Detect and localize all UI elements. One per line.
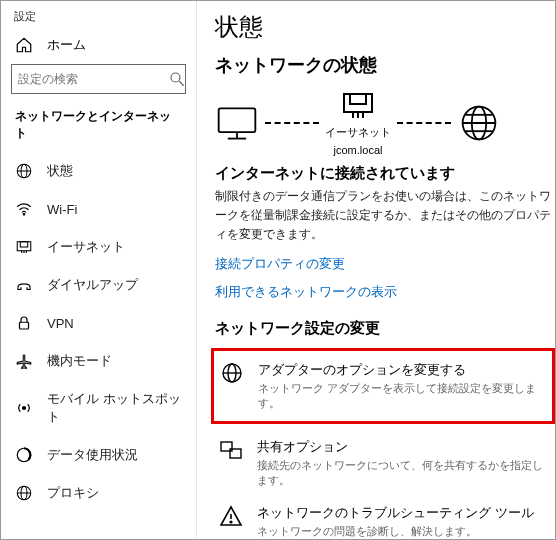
svg-line-1: [179, 81, 184, 86]
adapter-icon: [220, 361, 244, 385]
nav-label: 機内モード: [47, 352, 112, 370]
svg-point-12: [23, 407, 26, 410]
warning-icon: [219, 504, 243, 528]
svg-point-5: [23, 214, 25, 216]
highlight-box: アダプターのオプションを変更する ネットワーク アダプターを表示して接続設定を変…: [211, 348, 555, 424]
svg-rect-17: [219, 108, 256, 132]
sharing-icon: [219, 438, 243, 462]
option-title: 共有オプション: [257, 438, 551, 456]
option-troubleshoot[interactable]: ネットワークのトラブルシューティング ツール ネットワークの問題を診断し、解決し…: [215, 496, 555, 539]
network-status-heading: ネットワークの状態: [215, 53, 555, 77]
globe-icon: [457, 103, 501, 143]
nav-airplane[interactable]: 機内モード: [1, 342, 196, 380]
ethernet-icon: [341, 89, 375, 121]
home-label: ホーム: [47, 36, 86, 54]
nav-datausage[interactable]: データ使用状況: [1, 436, 196, 474]
nav-label: イーサネット: [47, 238, 125, 256]
connection-line: [397, 122, 451, 124]
ethernet-node: イーサネット jcom.local: [325, 89, 391, 156]
nav-status[interactable]: 状態: [1, 152, 196, 190]
nav-dialup[interactable]: ダイヤルアップ: [1, 266, 196, 304]
nav-label: データ使用状況: [47, 446, 138, 464]
search-input[interactable]: [18, 72, 168, 86]
nav-label: Wi-Fi: [47, 202, 77, 217]
sidebar: 設定 ホーム ネットワークとインターネット 状態 Wi-: [1, 1, 197, 539]
ethernet-label: イーサネット: [325, 125, 391, 140]
search-box[interactable]: [11, 64, 186, 94]
page-title: 状態: [215, 11, 555, 43]
search-icon: [168, 70, 186, 88]
nav-vpn[interactable]: VPN: [1, 304, 196, 342]
option-sharing[interactable]: 共有オプション 接続先のネットワークについて、何を共有するかを指定します。: [215, 430, 555, 496]
nav-hotspot[interactable]: モバイル ホットスポット: [1, 380, 196, 436]
globe-icon: [15, 162, 33, 180]
section-title: ネットワークとインターネット: [1, 108, 196, 152]
option-desc: ネットワーク アダプターを表示して接続設定を変更します。: [258, 381, 546, 411]
nav-label: 状態: [47, 162, 73, 180]
pc-icon: [215, 103, 259, 143]
option-title: ネットワークのトラブルシューティング ツール: [257, 504, 534, 522]
dialup-icon: [15, 276, 33, 294]
home-button[interactable]: ホーム: [11, 30, 186, 64]
svg-rect-21: [350, 94, 366, 104]
network-diagram: イーサネット jcom.local: [215, 89, 555, 156]
connected-heading: インターネットに接続されています: [215, 164, 555, 183]
nav-label: ダイヤルアップ: [47, 276, 138, 294]
datausage-icon: [15, 446, 33, 464]
option-title: アダプターのオプションを変更する: [258, 361, 546, 379]
nav-label: VPN: [47, 316, 74, 331]
svg-rect-7: [20, 242, 28, 247]
app-title: 設定: [14, 9, 186, 24]
wifi-icon: [15, 200, 33, 218]
option-desc: ネットワークの問題を診断し、解決します。: [257, 524, 534, 539]
internet-node: [457, 103, 501, 143]
nav: 状態 Wi-Fi イーサネット ダイヤルアップ VPN 機内モード: [1, 152, 196, 512]
nav-proxy[interactable]: プロキシ: [1, 474, 196, 512]
svg-point-36: [230, 521, 232, 523]
svg-point-0: [171, 73, 180, 82]
change-settings-heading: ネットワーク設定の変更: [215, 319, 555, 338]
option-desc: 接続先のネットワークについて、何を共有するかを指定します。: [257, 458, 551, 488]
nav-label: プロキシ: [47, 484, 99, 502]
svg-rect-6: [17, 242, 31, 251]
link-available-networks[interactable]: 利用できるネットワークの表示: [215, 283, 555, 301]
link-connection-properties[interactable]: 接続プロパティの変更: [215, 255, 555, 273]
svg-rect-11: [20, 322, 29, 329]
airplane-icon: [15, 352, 33, 370]
main-content: 状態 ネットワークの状態 イーサネット jcom.local: [197, 1, 555, 539]
home-icon: [15, 36, 33, 54]
nav-ethernet[interactable]: イーサネット: [1, 228, 196, 266]
hotspot-icon: [15, 399, 33, 417]
pc-node: [215, 103, 259, 143]
globe-icon: [15, 484, 33, 502]
ethernet-icon: [15, 238, 33, 256]
connected-body: 制限付きのデータ通信プランをお使いの場合は、このネットワークを従量制課金接続に設…: [215, 187, 555, 245]
vpn-icon: [15, 314, 33, 332]
nav-label: モバイル ホットスポット: [47, 390, 182, 426]
connection-line: [265, 122, 319, 124]
ethernet-domain: jcom.local: [334, 144, 383, 156]
nav-wifi[interactable]: Wi-Fi: [1, 190, 196, 228]
option-adapter[interactable]: アダプターのオプションを変更する ネットワーク アダプターを表示して接続設定を変…: [216, 353, 550, 419]
